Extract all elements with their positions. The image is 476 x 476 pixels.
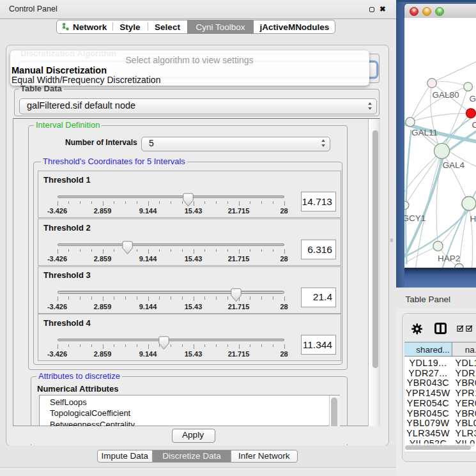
- svg-text:GAL80: GAL80: [432, 89, 459, 99]
- svg-text:GA: GA: [469, 93, 476, 103]
- svg-text:HI: HI: [470, 213, 476, 223]
- svg-text:C: C: [472, 119, 476, 129]
- svg-text:GCY1: GCY1: [404, 213, 426, 222]
- svg-text:GAL11: GAL11: [411, 127, 438, 137]
- svg-text:GAL4: GAL4: [442, 160, 464, 169]
- svg-text:HAP2: HAP2: [438, 253, 460, 263]
